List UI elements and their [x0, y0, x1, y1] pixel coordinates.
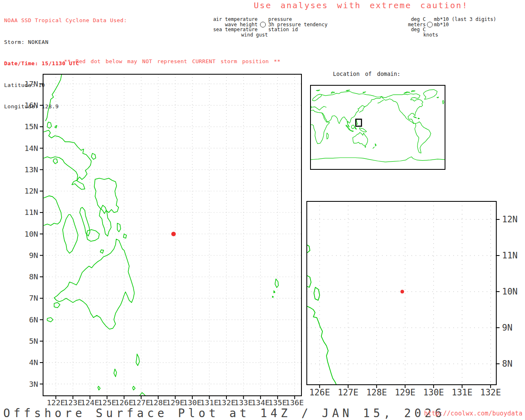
coastline: [322, 91, 381, 97]
svg-text:12N: 12N: [502, 215, 518, 224]
svg-text:5N: 5N: [29, 337, 38, 345]
coastline: [312, 106, 326, 110]
coastline: [275, 279, 278, 288]
coastline: [44, 130, 91, 180]
svg-text:11N: 11N: [502, 251, 518, 260]
svg-text:127E: 127E: [338, 388, 358, 397]
coastline: [306, 244, 310, 253]
svg-text:130E: 130E: [423, 388, 444, 397]
coastline: [114, 369, 117, 377]
coastline: [46, 73, 62, 121]
svg-text:11N: 11N: [25, 208, 38, 217]
coastline: [91, 153, 96, 160]
svg-text:15N: 15N: [25, 122, 38, 131]
coastline: [326, 133, 329, 139]
svg-text:9N: 9N: [502, 323, 512, 333]
svg-text:123E: 123E: [64, 398, 82, 407]
svg-text:128E: 128E: [366, 388, 387, 397]
svg-text:128E: 128E: [149, 398, 167, 407]
svg-text:4N: 4N: [29, 358, 38, 367]
svg-text:132E: 132E: [480, 388, 501, 397]
coastline: [117, 223, 121, 232]
coastline: [363, 92, 366, 93]
coastline: [365, 146, 366, 147]
svg-text:124E: 124E: [81, 398, 99, 407]
coastline: [355, 127, 356, 129]
svg-text:8N: 8N: [502, 359, 512, 369]
svg-text:10N: 10N: [502, 287, 518, 297]
coastline: [54, 239, 135, 329]
svg-text:10N: 10N: [25, 230, 38, 238]
coastline: [411, 91, 415, 92]
svg-text:14N: 14N: [25, 144, 38, 153]
main-map: 122E123E124E125E126E127E128E129E130E131E…: [25, 73, 304, 407]
coastline: [381, 94, 423, 124]
offshore-surface-plot-page: { "colors": { "accent_red": "#f7504c", "…: [0, 0, 525, 420]
zoom-map-storm-dot: [400, 290, 404, 293]
coastline: [80, 208, 90, 236]
coastline: [136, 354, 139, 365]
svg-text:129E: 129E: [395, 388, 415, 397]
plot-title: Offshore Surface Plot at 14Z / JAN 15, 2…: [3, 406, 445, 420]
coastline: [350, 130, 354, 132]
svg-text:16N: 16N: [25, 101, 38, 110]
svg-text:133E: 133E: [234, 398, 253, 407]
svg-text:131E: 131E: [200, 398, 219, 407]
svg-text:126E: 126E: [115, 398, 133, 407]
coastline: [353, 132, 368, 146]
map-plot-canvas: 122E123E124E125E126E127E128E129E130E131E…: [0, 0, 525, 420]
coastline: [413, 116, 417, 118]
coastline: [404, 92, 410, 94]
coastline: [100, 250, 103, 253]
svg-text:8N: 8N: [29, 272, 38, 281]
coastline: [359, 128, 366, 132]
coastline: [322, 96, 381, 127]
coastline: [54, 303, 60, 308]
svg-text:9N: 9N: [29, 251, 38, 260]
svg-text:129E: 129E: [166, 398, 185, 407]
svg-text:6N: 6N: [29, 315, 38, 324]
svg-text:13N: 13N: [25, 165, 38, 174]
svg-text:17N: 17N: [25, 80, 38, 88]
svg-text:3N: 3N: [29, 380, 38, 388]
coastline: [316, 90, 320, 91]
coastline: [94, 178, 119, 214]
coastline: [272, 296, 274, 297]
coastline: [381, 96, 415, 123]
coastline: [99, 205, 111, 236]
svg-text:134E: 134E: [251, 398, 270, 407]
svg-text:131E: 131E: [452, 388, 472, 397]
coastline: [313, 94, 322, 101]
coastline: [418, 118, 420, 119]
coastline: [415, 122, 431, 153]
source-url-link[interactable]: http://coolwx.com/buoydata: [410, 410, 523, 417]
coastline: [437, 97, 439, 98]
svg-text:12N: 12N: [25, 187, 38, 195]
svg-text:122E: 122E: [47, 398, 65, 407]
svg-text:132E: 132E: [217, 398, 236, 407]
coastline: [53, 159, 58, 164]
world-inset-map: [310, 85, 445, 169]
svg-text:130E: 130E: [183, 398, 202, 407]
svg-text:136E: 136E: [285, 398, 304, 407]
svg-text:127E: 127E: [132, 398, 151, 407]
coastline: [47, 122, 51, 128]
coastline: [310, 157, 445, 162]
coastline: [351, 125, 354, 129]
coastline: [359, 107, 365, 112]
svg-text:135E: 135E: [269, 398, 287, 407]
coastline: [331, 92, 335, 94]
coastline: [378, 100, 383, 103]
main-map-storm-dot: [171, 232, 176, 236]
coastline: [314, 287, 320, 300]
coastline: [306, 305, 337, 385]
map-frame: [310, 85, 445, 169]
coastline: [274, 291, 275, 293]
coastline: [72, 180, 85, 189]
coastline: [98, 386, 100, 390]
coastline: [132, 386, 135, 390]
svg-text:125E: 125E: [98, 398, 116, 407]
coastline: [373, 147, 374, 148]
coastline: [55, 126, 57, 128]
coastline: [123, 234, 126, 238]
